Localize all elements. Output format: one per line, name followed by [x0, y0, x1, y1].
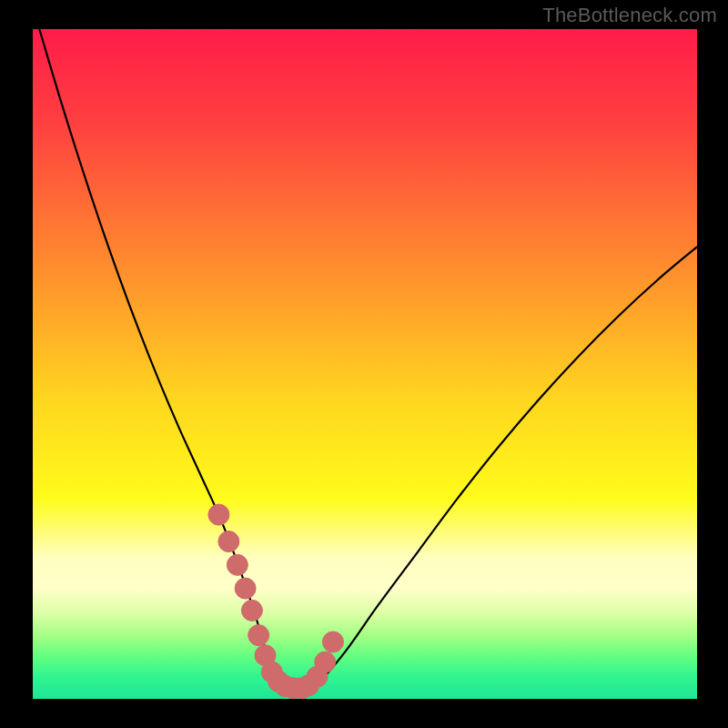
- curve-marker: [241, 600, 262, 621]
- curve-marker: [322, 632, 343, 652]
- curve-marker: [235, 578, 256, 599]
- curve-marker: [218, 531, 239, 552]
- curve-marker: [248, 625, 269, 646]
- watermark-text: TheBottleneck.com: [542, 4, 717, 27]
- bottleneck-chart: [0, 0, 728, 728]
- outer-frame: TheBottleneck.com: [0, 0, 728, 728]
- curve-marker: [315, 652, 336, 672]
- plot-background: [33, 29, 697, 699]
- curve-marker: [208, 504, 229, 525]
- curve-marker: [227, 554, 248, 575]
